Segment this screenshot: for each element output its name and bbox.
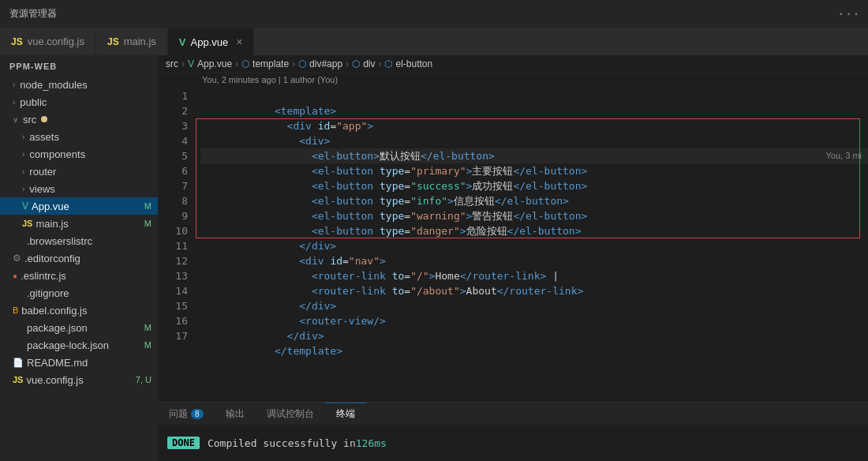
- js-icon: JS: [11, 36, 23, 47]
- tab-vue-config[interactable]: JS vue.config.js: [0, 28, 96, 55]
- tab-debug[interactable]: 调试控制台: [256, 403, 325, 425]
- sidebar-item-browserslistrc[interactable]: .browserslistrc: [0, 232, 158, 249]
- bc-el-button: el-button: [395, 58, 432, 69]
- bc-div-app: div#app: [309, 58, 342, 69]
- tab-app-vue-label: App.vue: [191, 36, 229, 48]
- sidebar-item-vue-config[interactable]: JS vue.config.js 7, U: [0, 371, 158, 388]
- js-icon: JS: [22, 219, 32, 228]
- sidebar-item-label: components: [29, 148, 85, 160]
- line-num: 5: [158, 148, 188, 163]
- breadcrumb-sep: ›: [346, 58, 349, 69]
- sidebar-item-label: .editorconfig: [24, 253, 80, 264]
- bottom-panel: 问题 8 输出 调试控制台 终端 DONE Compiled successfu…: [158, 402, 868, 461]
- code-line-1: <template>: [200, 88, 868, 103]
- editor-area: src › V App.vue › ⬡ template › ⬡ div#app…: [158, 55, 868, 461]
- sidebar-item-eslintrc[interactable]: ● .eslintrc.js: [0, 267, 158, 284]
- readme-icon: 📄: [13, 358, 24, 368]
- sidebar-item-editorconfig[interactable]: ⚙ .editorconfig: [0, 249, 158, 267]
- breadcrumb-sep: ›: [292, 58, 295, 69]
- sidebar-item-label: main.js: [36, 218, 68, 230]
- code-lines[interactable]: <template> <div id="app"> <div> <el-butt…: [196, 88, 868, 402]
- sidebar-item-node-modules[interactable]: › node_modules: [0, 76, 158, 93]
- explorer-title: 资源管理器: [0, 7, 66, 21]
- line-num: 3: [158, 118, 188, 133]
- terminal-content: DONE Compiled successfully in 126ms: [158, 425, 868, 461]
- sidebar-item-label: package-lock.json: [27, 339, 109, 351]
- tab-vue-config-label: vue.config.js: [28, 36, 84, 47]
- sidebar-item-components[interactable]: › components: [0, 145, 158, 163]
- sidebar-item-main-js[interactable]: JS main.js M: [0, 215, 158, 232]
- bc-vue-icon: V: [188, 58, 194, 69]
- git-info: You, 2 minutes ago | 1 author (You): [158, 73, 868, 87]
- sidebar-item-package-lock[interactable]: package-lock.json M: [0, 336, 158, 354]
- line-num: 1: [158, 88, 188, 103]
- breadcrumb: src › V App.vue › ⬡ template › ⬡ div#app…: [158, 55, 868, 73]
- code-line-12: <router-link to="/">Home</router-link> |: [200, 253, 868, 268]
- code-line-11: <div id="nav">: [200, 238, 868, 253]
- compiled-time: 126ms: [356, 437, 387, 449]
- sidebar-item-assets[interactable]: › assets: [0, 128, 158, 145]
- code-line-13: <router-link to="/about">About</router-l…: [200, 268, 868, 283]
- sidebar-item-public[interactable]: › public: [0, 93, 158, 111]
- tab-main-js[interactable]: JS main.js: [96, 28, 168, 55]
- line-num: 17: [158, 328, 188, 343]
- sidebar-item-readme[interactable]: 📄 README.md: [0, 354, 158, 371]
- code-area[interactable]: 1 2 3 4 5 6 7 8 9 10 11 12 13 14 15 16 1: [158, 88, 868, 402]
- tag: </template>: [275, 345, 342, 357]
- line-num: 8: [158, 193, 188, 208]
- tab-app-vue[interactable]: V App.vue ×: [168, 28, 255, 55]
- bc-template: template: [253, 58, 289, 69]
- sidebar-item-label: README.md: [27, 357, 88, 369]
- bc-div: div: [363, 58, 375, 69]
- code-line-10: </div>: [200, 223, 868, 238]
- code-line-7: <el-button type="info">信息按钮</el-button>: [200, 178, 868, 193]
- modified-badge: 7, U: [136, 375, 158, 384]
- tab-terminal[interactable]: 终端: [325, 403, 366, 425]
- sidebar-item-babel-config[interactable]: B babel.config.js: [0, 302, 158, 319]
- tab-problems[interactable]: 问题 8: [158, 403, 215, 425]
- tab-output[interactable]: 输出: [215, 403, 256, 425]
- sidebar-item-label: .gitignore: [27, 287, 69, 299]
- code-line-15: <router-view/>: [200, 298, 868, 313]
- modified-dot: [41, 116, 47, 122]
- code-line-17: </template>: [200, 328, 868, 343]
- sidebar-header: PPM-WEB: [0, 55, 158, 76]
- sidebar-item-router[interactable]: › router: [0, 163, 158, 180]
- bc-src: src: [166, 58, 178, 69]
- done-badge: DONE: [167, 437, 200, 449]
- sidebar-item-package-json[interactable]: package.json M: [0, 319, 158, 336]
- line-num: 9: [158, 208, 188, 223]
- sidebar-item-label: node_modules: [20, 79, 87, 91]
- breadcrumb-sep: ›: [181, 58, 185, 69]
- sidebar-item-label: src: [23, 114, 36, 126]
- vue-icon: V: [22, 201, 28, 212]
- arrow-right-icon: ›: [22, 185, 24, 193]
- js-icon: JS: [107, 36, 119, 47]
- code-line-5: <el-button type="primary">主要按钮</el-butto…: [200, 148, 868, 163]
- modified-badge: M: [144, 219, 158, 228]
- modified-badge: M: [144, 201, 158, 211]
- tab-main-js-label: main.js: [124, 36, 156, 47]
- sidebar-item-views[interactable]: › views: [0, 180, 158, 197]
- arrow-right-icon: ›: [22, 133, 24, 141]
- gear-icon: ⚙: [13, 253, 21, 264]
- sidebar-item-label: vue.config.js: [26, 374, 83, 386]
- tab-problems-label: 问题: [169, 407, 188, 421]
- close-icon[interactable]: ×: [236, 36, 242, 48]
- sidebar-item-app-vue[interactable]: V App.vue M: [0, 197, 158, 215]
- line-num: 15: [158, 298, 188, 313]
- code-line-2: <div id="app">: [200, 103, 868, 118]
- sidebar-item-label: package.json: [27, 322, 88, 334]
- vue-icon: V: [179, 36, 186, 48]
- arrow-down-icon: ∨: [13, 115, 18, 124]
- more-options-icon[interactable]: ···: [837, 6, 868, 21]
- sidebar-item-gitignore[interactable]: .gitignore: [0, 284, 158, 302]
- line-num: 14: [158, 283, 188, 298]
- code-content: 1 2 3 4 5 6 7 8 9 10 11 12 13 14 15 16 1: [158, 88, 868, 402]
- sidebar-item-src[interactable]: ∨ src: [0, 111, 158, 128]
- tab-debug-label: 调试控制台: [267, 407, 314, 421]
- bc-template-icon: ⬡: [241, 58, 249, 69]
- line-num: 10: [158, 223, 188, 238]
- top-bar: 资源管理器 ···: [0, 0, 868, 28]
- code-line-16: </div>: [200, 313, 868, 328]
